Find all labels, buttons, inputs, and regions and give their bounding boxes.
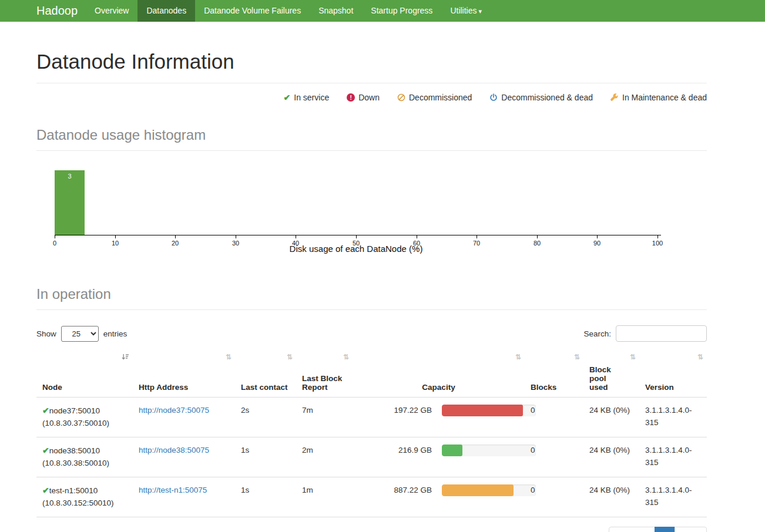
node-cell: ✔test-n1:50010 (10.8.30.152:50010): [36, 477, 133, 517]
page-1-button[interactable]: 1: [655, 527, 675, 532]
in-service-icon: ✔: [42, 446, 49, 455]
operation-divider: [36, 309, 707, 310]
last-block-report-cell: 1m: [296, 477, 353, 517]
column-header-last-contact[interactable]: ⇅ Last contact: [235, 350, 296, 398]
column-header-node[interactable]: Node: [36, 350, 133, 398]
http-address-link[interactable]: http://test-n1:50075: [139, 486, 207, 494]
node-ip: (10.8.30.37:50010): [42, 419, 109, 427]
node-ip: (10.8.30.152:50010): [42, 499, 114, 507]
capacity-bar-fill: [442, 405, 523, 416]
next-page-button[interactable]: Next: [675, 527, 707, 532]
last-contact-cell: 1s: [235, 437, 296, 477]
capacity-cell: 197.22 GB: [358, 405, 519, 417]
legend-label: In service: [294, 93, 329, 102]
sort-icon: ⇅: [287, 353, 293, 361]
power-off-icon: [489, 93, 498, 102]
column-header-last-block-report[interactable]: ⇅ Last Block Report: [296, 350, 353, 398]
capacity-value: 216.9 GB: [358, 445, 432, 457]
table-header-row: Node ⇅ Http Address ⇅ Last contact ⇅ Las…: [36, 350, 707, 398]
status-legend: ✔ In service ! Down Decommissioned Decom…: [36, 93, 707, 102]
datanodes-table: Node ⇅ Http Address ⇅ Last contact ⇅ Las…: [36, 350, 707, 517]
nav-item-snapshot[interactable]: Snapshot: [310, 0, 362, 22]
node-cell: ✔node37:50010 (10.8.30.37:50010): [36, 398, 133, 437]
exclamation-circle-icon: !: [347, 93, 355, 102]
version-cell: 3.1.1.3.1.4.0-315: [639, 437, 707, 477]
previous-page-button[interactable]: Previous: [609, 527, 655, 532]
capacity-bar-fill: [442, 445, 462, 456]
sort-icon: ⇅: [697, 353, 703, 361]
caret-down-icon: ▾: [479, 8, 482, 15]
blocks-cell: 0: [525, 437, 583, 477]
nav-item-datanode-volume-failures[interactable]: Datanode Volume Failures: [195, 0, 310, 22]
in-service-icon: ✔: [42, 486, 49, 495]
column-header-capacity[interactable]: ⇅ Capacity: [353, 350, 525, 398]
legend-label: Down: [358, 93, 380, 102]
column-header-version[interactable]: ⇅ Version: [639, 350, 707, 398]
wrench-icon: [610, 93, 619, 102]
check-icon: ✔: [284, 93, 291, 102]
capacity-bar-fill: [442, 484, 514, 496]
http-address-link[interactable]: http://node38:50075: [139, 446, 209, 454]
last-contact-cell: 1s: [235, 477, 296, 517]
nav-item-utilities[interactable]: Utilities▾: [441, 0, 491, 22]
pagination: Previous 1 Next: [609, 527, 707, 532]
sort-icon: ⇅: [226, 353, 231, 361]
sort-icon: ⇅: [630, 353, 636, 361]
sort-icon: ⇅: [515, 353, 521, 361]
blocks-cell: 0: [525, 398, 583, 437]
histogram-bar: 3: [55, 170, 85, 235]
http-address-link[interactable]: http://node37:50075: [139, 406, 209, 415]
nav-item-datanodes[interactable]: Datanodes: [137, 0, 195, 22]
node-name: test-n1:50010: [49, 486, 98, 495]
block-pool-used-cell: 24 KB (0%): [583, 437, 639, 477]
sort-icon: ⇅: [343, 353, 349, 361]
table-row: ✔node37:50010 (10.8.30.37:50010) http://…: [36, 398, 707, 437]
sort-icon: ⇅: [574, 353, 580, 361]
last-contact-cell: 2s: [235, 398, 296, 437]
histogram-divider: [36, 150, 707, 151]
nav-item-overview[interactable]: Overview: [86, 0, 137, 22]
column-header-blocks[interactable]: ⇅ Blocks: [525, 350, 583, 398]
node-ip: (10.8.30.38:50010): [42, 459, 109, 467]
capacity-bar: [442, 405, 536, 416]
search-label: Search:: [583, 329, 611, 338]
column-header-http-address[interactable]: ⇅ Http Address: [133, 350, 235, 398]
page-size-select[interactable]: 25: [61, 326, 99, 342]
page-title: Datanode Information: [36, 50, 707, 73]
capacity-cell: 216.9 GB: [358, 445, 519, 457]
operation-section-title: In operation: [36, 286, 707, 302]
legend-decommissioned: Decommissioned: [397, 93, 472, 102]
ban-icon: [397, 93, 405, 102]
column-header-block-pool-used[interactable]: ⇅ Block pool used: [583, 350, 639, 398]
title-divider: [36, 83, 707, 83]
capacity-bar: [442, 484, 536, 496]
table-row: ✔test-n1:50010 (10.8.30.152:50010) http:…: [36, 477, 707, 517]
legend-label: Decommissioned: [409, 93, 472, 102]
datanode-usage-histogram: 3 0 10 20 30 40 50 60 70 80 90 100 Disk …: [36, 163, 707, 255]
bar-count-label: 3: [55, 170, 85, 180]
legend-decommissioned-dead: Decommissioned & dead: [489, 93, 593, 102]
in-service-icon: ✔: [42, 406, 49, 415]
legend-in-service: ✔ In service: [284, 93, 330, 102]
capacity-value: 887.22 GB: [358, 484, 432, 497]
histogram-section-title: Datanode usage histogram: [36, 127, 707, 143]
node-cell: ✔node38:50010 (10.8.30.38:50010): [36, 437, 133, 477]
legend-maintenance-dead: In Maintenance & dead: [610, 93, 707, 102]
capacity-cell: 887.22 GB: [358, 484, 519, 497]
node-name: node38:50010: [49, 446, 100, 455]
table-row: ✔node38:50010 (10.8.30.38:50010) http://…: [36, 437, 707, 477]
search-input[interactable]: [616, 325, 707, 342]
last-block-report-cell: 7m: [296, 398, 353, 437]
capacity-value: 197.22 GB: [358, 405, 432, 417]
x-axis-line: [55, 235, 661, 235]
legend-down: ! Down: [347, 93, 380, 102]
block-pool-used-cell: 24 KB (0%): [583, 477, 639, 517]
hadoop-brand[interactable]: Hadoop: [0, 0, 86, 22]
entries-label: entries: [103, 329, 127, 338]
nav-item-startup-progress[interactable]: Startup Progress: [362, 0, 441, 22]
legend-label: In Maintenance & dead: [622, 93, 707, 102]
show-label: Show: [36, 329, 56, 338]
capacity-bar: [442, 445, 536, 456]
top-navbar: Hadoop Overview Datanodes Datanode Volum…: [0, 0, 765, 22]
legend-label: Decommissioned & dead: [501, 93, 593, 102]
